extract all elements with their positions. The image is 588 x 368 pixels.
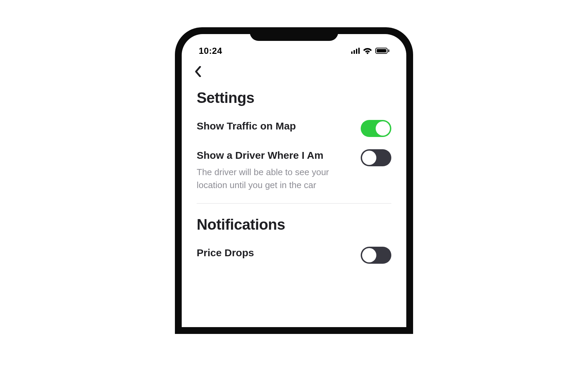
phone-screen: 10:24 <box>182 34 406 327</box>
battery-icon <box>375 48 389 54</box>
setting-row-driver-location: Show a Driver Where I Am The driver will… <box>197 149 391 191</box>
setting-description: The driver will be able to see your loca… <box>197 166 353 191</box>
wifi-icon <box>363 47 372 54</box>
toggle-knob <box>362 151 376 165</box>
phone-notch <box>250 27 338 41</box>
setting-text: Show Traffic on Map <box>197 119 361 133</box>
section-title-settings: Settings <box>197 89 391 106</box>
setting-label: Show Traffic on Map <box>197 119 353 133</box>
setting-row-price-drops: Price Drops <box>197 246 391 264</box>
toggle-driver-location[interactable] <box>361 149 391 166</box>
cellular-signal-icon <box>351 48 360 54</box>
toggle-traffic[interactable] <box>361 120 391 137</box>
toggle-knob <box>376 121 390 136</box>
status-icons <box>351 47 389 54</box>
status-time: 10:24 <box>199 46 222 56</box>
section-divider <box>197 203 391 204</box>
toggle-knob <box>362 248 376 262</box>
phone-frame: 10:24 <box>175 27 413 334</box>
toggle-price-drops[interactable] <box>361 247 391 264</box>
setting-label: Price Drops <box>197 246 353 259</box>
chevron-left-icon <box>195 66 201 77</box>
section-title-notifications: Notifications <box>197 216 391 233</box>
svg-point-0 <box>367 52 369 54</box>
setting-text: Price Drops <box>197 246 361 259</box>
content-area: Settings Show Traffic on Map Show a Driv… <box>182 58 406 264</box>
setting-text: Show a Driver Where I Am The driver will… <box>197 149 361 191</box>
setting-row-traffic: Show Traffic on Map <box>197 119 391 137</box>
setting-label: Show a Driver Where I Am <box>197 149 353 162</box>
back-button[interactable] <box>195 65 208 78</box>
